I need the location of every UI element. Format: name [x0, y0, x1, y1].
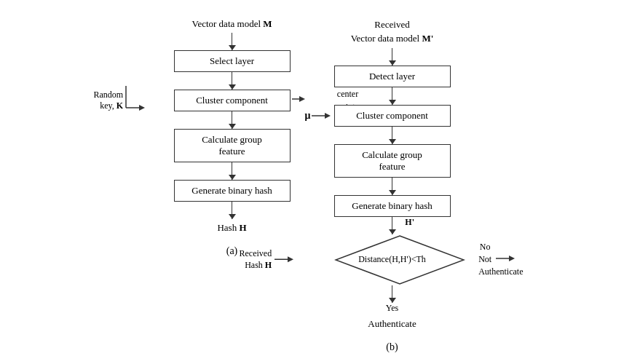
gen-binary-hash-box-left: Generate binary hash: [174, 180, 291, 202]
hash-label: Hash H: [217, 222, 246, 234]
svg-marker-6: [325, 113, 331, 119]
diagram-b: Received Vector data model M' Detect lay…: [334, 18, 451, 352]
select-layer-box: Select layer: [174, 50, 291, 72]
diamond-text: Distance(H,H')<Th: [358, 254, 426, 265]
received-hash-label: Received Hash H: [240, 248, 296, 272]
svg-marker-4: [299, 96, 305, 102]
right-title: Received Vector data model M': [351, 18, 434, 44]
cluster-component-box-right: Cluster component: [334, 105, 451, 127]
mu-label: μ: [305, 110, 333, 122]
authenticate-label: Authenticate: [368, 318, 416, 330]
arrow-5: [232, 202, 232, 219]
r-arrow-5: H': [392, 217, 392, 234]
svg-marker-2: [139, 105, 145, 111]
left-title: Vector data model M: [191, 18, 272, 30]
calc-group-feature-box-left: Calculate group feature: [174, 129, 291, 162]
main-container: Vector data model M Select layer Random …: [152, 0, 473, 364]
arrow-4: [232, 162, 232, 180]
no-arrow: [496, 253, 516, 266]
h-prime-label: H': [405, 217, 414, 228]
cluster-component-box-left: Cluster component: [174, 90, 291, 111]
gen-binary-hash-box-right: Generate binary hash: [334, 195, 451, 217]
no-label: No: [480, 242, 491, 253]
r-arrow-2: [392, 87, 392, 105]
arrow-3: [232, 111, 232, 129]
random-key-label: Random key, K: [94, 86, 141, 115]
r-cluster-section: μ Cluster component: [334, 105, 451, 127]
arrow-1: [232, 33, 232, 50]
yes-label: Yes: [386, 303, 398, 314]
r-arrow-1: [392, 48, 392, 66]
r-arrow-3: [392, 127, 392, 144]
right-arrow: [292, 94, 305, 107]
r-arrow-6: [392, 285, 392, 303]
detect-layer-box: Detect layer: [334, 66, 451, 87]
svg-marker-8: [288, 257, 293, 263]
cluster-section: Random key, K Group center point μ: [174, 90, 291, 111]
calc-group-feature-box-right: Calculate group feature: [334, 144, 451, 178]
diagram-a: Vector data model M Select layer Random …: [174, 18, 291, 257]
decision-diamond: Distance(H,H')<Th: [334, 234, 451, 285]
arrow-2: [232, 72, 232, 90]
key-connector-svg: [126, 86, 141, 115]
diamond-section: Received Hash H Not Authenticate No: [334, 234, 451, 285]
fig-label-b: (b): [386, 341, 398, 353]
fig-label-a: (a): [226, 245, 238, 257]
r-arrow-4: [392, 178, 392, 195]
svg-marker-10: [509, 256, 515, 261]
